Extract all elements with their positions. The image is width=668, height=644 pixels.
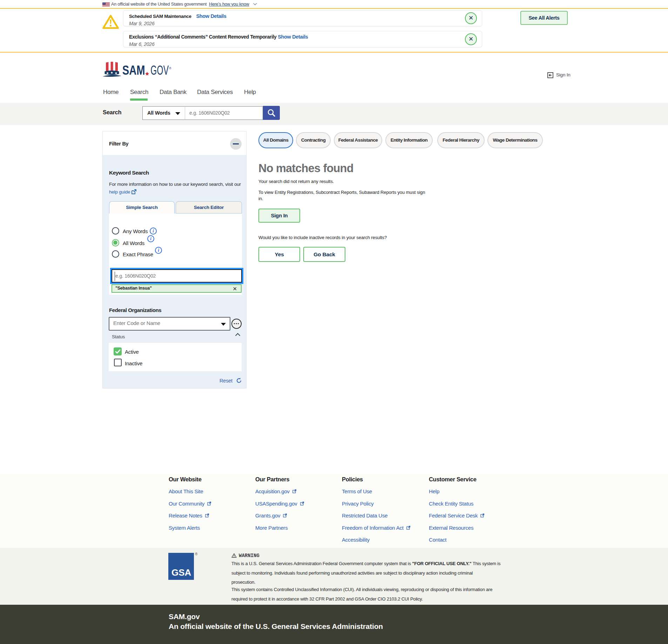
svg-text:®: ® — [169, 67, 171, 70]
svg-text:SAM: SAM — [122, 63, 145, 77]
svg-text:GOV: GOV — [150, 63, 169, 77]
